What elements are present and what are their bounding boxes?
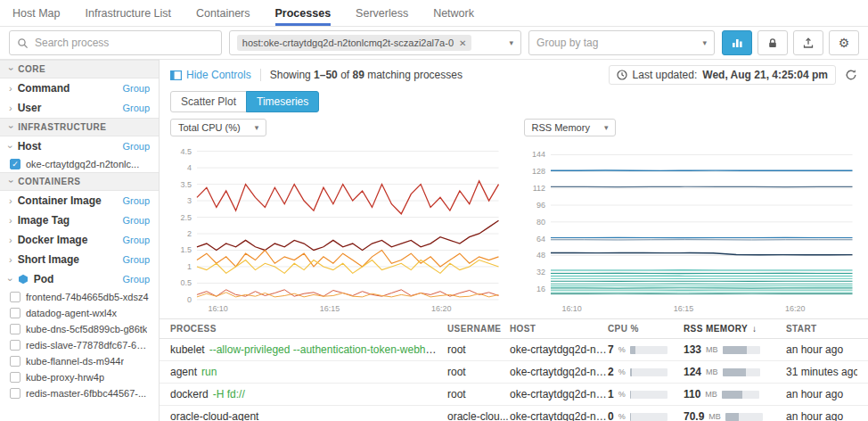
header-start[interactable]: START [786,324,857,334]
cell-username: oracle-clou... [447,410,510,421]
header-process[interactable]: PROCESS [170,324,447,334]
rss-memory-chart[interactable]: 16324864809611212814416:1016:1516:20 [524,139,858,314]
checkbox-unchecked[interactable] [10,356,20,367]
checkbox-unchecked[interactable] [10,308,20,318]
group-by-command-link[interactable]: Group [122,83,150,94]
lock-button[interactable] [757,30,788,55]
header-host[interactable]: HOST [510,324,608,334]
pod-checkbox-item[interactable]: kube-flannel-ds-m944r [0,353,159,369]
nav-containers[interactable]: Containers [196,0,250,26]
timeseries-view-button[interactable] [722,30,752,55]
group-by-tag-select[interactable]: Group by tag ▾ [528,30,715,55]
pod-checkbox-item[interactable]: kube-dns-5cf5d899cb-g86tk [0,321,159,337]
cell-host: oke-crtaytdgq2d-n2... [510,410,608,421]
process-command: dockerd [170,388,209,400]
section-infrastructure[interactable]: › INFRASTRUCTURE [0,118,159,136]
export-button[interactable] [793,30,823,55]
group-by-container-image-link[interactable]: Group [122,195,150,206]
process-args: -H fd:// [213,388,245,400]
checkbox-unchecked[interactable] [10,292,20,302]
cpu-bar [630,368,667,376]
facet-user-label: User [18,102,118,114]
section-containers[interactable]: › CONTAINERS [0,172,159,191]
facet-image-tag[interactable]: › Image Tag Group [0,210,159,230]
chevron-down-icon: › [5,144,15,148]
remove-tag-icon[interactable]: ✕ [459,38,466,48]
group-by-pod-link[interactable]: Group [122,274,150,285]
section-core[interactable]: › CORE [0,60,159,78]
chevron-down-icon: › [6,67,16,70]
pod-checkbox-item[interactable]: redis-slave-77878dfc67-6d... [0,337,159,353]
facet-short-image[interactable]: › Short Image Group [0,250,159,269]
tab-scatter-plot[interactable]: Scatter Plot [170,91,247,112]
group-by-user-link[interactable]: Group [122,103,150,113]
nav-serverless[interactable]: Serverless [356,0,408,26]
settings-button[interactable]: ⚙ [829,30,859,55]
sort-desc-icon: ↓ [752,324,757,334]
checkbox-unchecked[interactable] [10,372,20,383]
search-box[interactable] [9,30,222,55]
pod-checkbox-item[interactable]: redis-master-6fbbc44567-... [0,385,159,401]
chevron-down-icon: ▾ [702,38,707,47]
check-icon: ✓ [12,161,19,169]
group-by-placeholder: Group by tag [536,37,598,49]
svg-text:16: 16 [536,285,545,293]
chevron-right-icon: › [9,216,12,226]
checkbox-unchecked[interactable] [10,388,20,399]
cpu-metric-select[interactable]: Total CPU (%) ▾ [170,119,266,136]
facet-container-image[interactable]: › Container Image Group [0,191,159,210]
cell-cpu-unit: % [618,345,626,354]
showing-suffix: matching processes [367,69,463,81]
section-containers-label: CONTAINERS [18,177,80,186]
table-row[interactable]: oracle-cloud-agent oracle-clou... oke-cr… [160,406,868,421]
pod-checkbox-item[interactable]: frontend-74b4665db5-xdsz4 [0,289,159,305]
chevron-right-icon: › [9,255,12,265]
pod-checkbox-item[interactable]: datadog-agent-wxl4x [0,305,159,321]
cell-mem-unit: MB [706,345,718,354]
checkbox-checked[interactable]: ✓ [10,159,20,169]
checkbox-unchecked[interactable] [10,324,20,334]
facet-docker-image[interactable]: › Docker Image Group [0,230,159,250]
process-command: oracle-cloud-agent [170,410,258,421]
group-by-host-link[interactable]: Group [122,141,150,152]
header-username[interactable]: USERNAME [447,324,510,334]
header-rss-memory[interactable]: RSS MEMORY ↓ [684,324,786,334]
last-updated[interactable]: Last updated: Wed, Aug 21, 4:25:04 pm [609,65,836,85]
main-panel: Hide Controls Showing 1–50 of 89 matchin… [160,60,868,421]
pod-checkbox-item[interactable]: kube-proxy-hrw4p [0,369,159,385]
hide-controls-link[interactable]: Hide Controls [170,69,251,81]
host-filter-checkbox-item[interactable]: ✓ oke-crtaytdgq2d-n2tonlc... [0,156,159,172]
group-by-docker-image-link[interactable]: Group [122,235,150,245]
gear-icon: ⚙ [839,36,850,50]
cell-cpu-value: 0 [608,410,614,421]
facet-command[interactable]: › Command Group [0,78,159,98]
pod-icon [18,274,29,285]
nav-network[interactable]: Network [433,0,474,26]
checkbox-unchecked[interactable] [10,340,20,351]
facet-user[interactable]: › User Group [0,98,159,118]
nav-processes[interactable]: Processes [275,0,332,26]
facet-host[interactable]: › Host Group [0,136,159,156]
table-row[interactable]: agentrun root oke-crtaytdgq2d-n2... 2% 1… [160,361,868,384]
cpu-usage-chart[interactable]: 00.511.522.533.544.516:1016:1516:20 [170,139,504,314]
refresh-button[interactable] [845,69,857,81]
group-by-short-image-link[interactable]: Group [122,254,150,265]
nav-infrastructure-list[interactable]: Infrastructure List [86,0,172,26]
cpu-bar [630,346,667,354]
group-by-image-tag-link[interactable]: Group [122,215,150,226]
search-icon [17,37,29,49]
header-cpu[interactable]: CPU % [608,324,684,334]
facet-pod[interactable]: › Pod Group [0,269,159,289]
cell-start: an hour ago [786,388,857,400]
search-input[interactable] [35,37,214,49]
svg-text:3: 3 [187,196,192,205]
svg-text:16:10: 16:10 [208,304,227,313]
table-row[interactable]: dockerd-H fd:// root oke-crtaytdgq2d-n2.… [160,384,868,406]
table-row[interactable]: kubelet--allow-privileged --authenticati… [160,339,868,361]
refresh-icon [845,69,857,81]
memory-metric-select[interactable]: RSS Memory ▾ [524,119,617,136]
nav-host-map[interactable]: Host Map [12,0,61,26]
tab-timeseries[interactable]: Timeseries [246,91,319,112]
cpu-bar [630,391,667,399]
host-filter-select[interactable]: host:oke-crtaytdgq2d-n2tonlcmq2t-sczazi2… [229,30,521,55]
